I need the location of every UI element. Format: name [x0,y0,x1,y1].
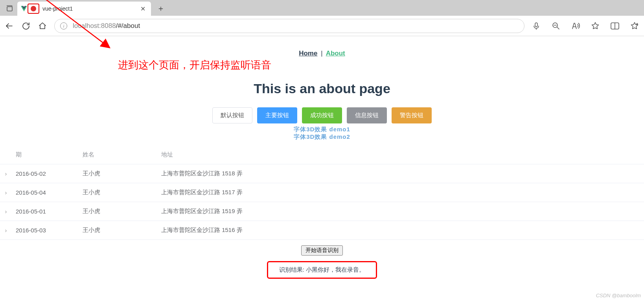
cell-address: 上海市普陀区金沙江路 1519 弄 [157,202,644,221]
svg-rect-1 [535,23,537,27]
back-icon[interactable] [5,21,14,31]
page-title: This is an about page [0,81,644,96]
warning-button[interactable]: 警告按钮 [392,107,432,123]
col-expand [0,145,12,164]
vue-favicon-icon [20,6,28,11]
tab-close-icon[interactable]: ✕ [139,5,147,13]
table-row[interactable]: ›2016-05-04王小虎上海市普陀区金沙江路 1517 弄 [0,183,644,202]
col-address: 地址 [157,145,644,164]
cell-date: 2016-05-02 [12,164,79,183]
start-speech-button[interactable]: 开始语音识别 [301,245,343,256]
tabs-overview-icon[interactable] [5,4,14,13]
cell-name: 王小虎 [79,221,157,240]
speech-result-text: 小黑你好，我在录音。 [306,266,365,273]
data-table: 期 姓名 地址 ›2016-05-02王小虎上海市普陀区金沙江路 1518 弄›… [0,145,644,240]
svg-rect-0 [7,7,12,11]
page-content: 进到这个页面，开启保持监听语音 Home | About This is an … [0,36,644,300]
nav-links: Home | About [0,50,644,57]
demo-text-1: 字体3D效果 demo1 [0,126,644,133]
url-input[interactable]: i localhost:8088/#/about [54,19,524,33]
nav-about-link[interactable]: About [326,50,345,57]
toolbar-right [532,21,639,31]
table-row[interactable]: ›2016-05-03王小虎上海市普陀区金沙江路 1516 弄 [0,221,644,240]
speech-result-label: 识别结果: [279,266,306,273]
site-info-icon[interactable]: i [60,22,67,29]
cell-address: 上海市普陀区金沙江路 1517 弄 [157,183,644,202]
expand-icon[interactable]: › [0,164,12,183]
address-bar: i localhost:8088/#/about [0,16,644,36]
annotation-text: 进到这个页面，开启保持监听语音 [118,58,271,72]
cell-name: 王小虎 [79,202,157,221]
recording-indicator-icon [28,4,39,14]
success-button[interactable]: 成功按钮 [302,107,342,123]
table-row[interactable]: ›2016-05-01王小虎上海市普陀区金沙江路 1519 弄 [0,202,644,221]
primary-button[interactable]: 主要按钮 [257,107,297,123]
expand-icon[interactable]: › [0,183,12,202]
demo-text-2: 字体3D效果 demo2 [0,133,644,141]
new-tab-button[interactable]: ＋ [155,2,167,14]
tab-title: vue-project1 [42,6,139,12]
cell-date: 2016-05-01 [12,202,79,221]
microphone-icon[interactable] [532,21,541,31]
default-button[interactable]: 默认按钮 [212,107,252,123]
table-row[interactable]: ›2016-05-02王小虎上海市普陀区金沙江路 1518 弄 [0,164,644,183]
cell-name: 王小虎 [79,164,157,183]
button-row: 默认按钮 主要按钮 成功按钮 信息按钮 警告按钮 [0,107,644,123]
cell-address: 上海市普陀区金沙江路 1518 弄 [157,164,644,183]
favorite-icon[interactable] [591,21,600,31]
expand-icon[interactable]: › [0,202,12,221]
watermark: CSDN @bamboolm [596,293,641,298]
col-name: 姓名 [79,145,157,164]
read-aloud-icon[interactable] [571,21,580,31]
home-icon[interactable] [38,21,47,31]
cell-address: 上海市普陀区金沙江路 1516 弄 [157,221,644,240]
zoom-icon[interactable] [551,21,561,31]
split-screen-icon[interactable] [610,21,620,31]
refresh-icon[interactable] [21,21,31,31]
cell-name: 王小虎 [79,183,157,202]
col-date: 期 [12,145,79,164]
nav-home-link[interactable]: Home [299,50,317,57]
tab-strip: vue-project1 ✕ ＋ [0,0,644,16]
cell-date: 2016-05-03 [12,221,79,240]
demo-text-block: 字体3D效果 demo1 字体3D效果 demo2 [0,126,644,141]
browser-tab[interactable]: vue-project1 ✕ [17,2,151,16]
browser-chrome: vue-project1 ✕ ＋ i localhost:8088/#/abou… [0,0,644,36]
cell-date: 2016-05-04 [12,183,79,202]
url-text: localhost:8088/#/about [73,22,140,30]
collections-icon[interactable] [630,21,639,31]
nav-separator: | [319,50,324,57]
info-button[interactable]: 信息按钮 [347,107,387,123]
expand-icon[interactable]: › [0,221,12,240]
speech-result-box: 识别结果: 小黑你好，我在录音。 [267,261,377,279]
